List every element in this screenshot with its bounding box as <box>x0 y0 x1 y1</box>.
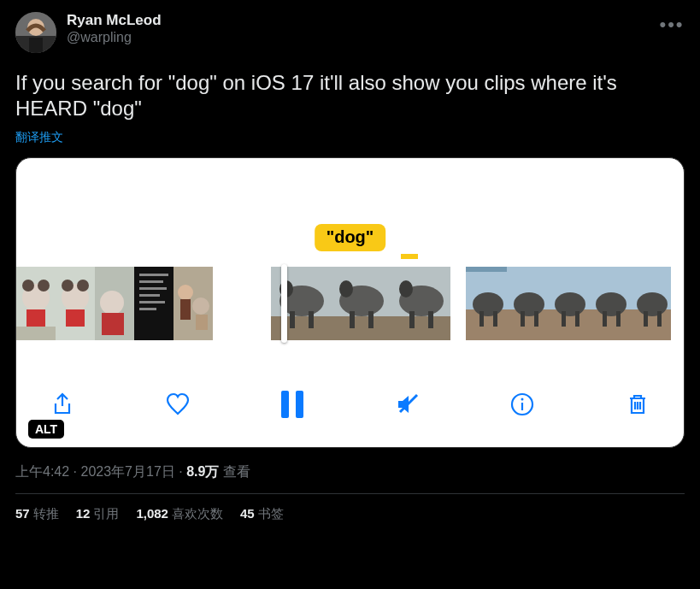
tweet-meta: 上午4:42 · 2023年7月17日 · 8.9万 查看 <box>15 463 685 481</box>
media-card[interactable]: "dog" <box>15 157 685 448</box>
avatar[interactable] <box>15 12 56 53</box>
thumbnail <box>56 267 95 340</box>
svg-rect-73 <box>657 311 662 327</box>
svg-point-6 <box>22 280 34 292</box>
thumbnail <box>331 267 391 340</box>
clip-group-2[interactable] <box>271 267 450 340</box>
svg-rect-47 <box>428 311 433 328</box>
likes-stat[interactable]: 1,082喜欢次数 <box>136 506 223 522</box>
quotes-stat[interactable]: 12引用 <box>76 506 120 522</box>
thumbnail <box>16 267 56 340</box>
svg-rect-57 <box>521 311 525 327</box>
retweets-stat[interactable]: 57转推 <box>15 506 59 522</box>
svg-rect-53 <box>466 267 507 272</box>
more-icon[interactable]: ••• <box>659 12 685 38</box>
heart-icon[interactable] <box>161 387 195 421</box>
svg-rect-68 <box>616 311 621 327</box>
playhead[interactable] <box>281 264 287 343</box>
views-count: 8.9万 <box>186 464 219 479</box>
svg-rect-3 <box>29 38 43 53</box>
user-handle[interactable]: @warpling <box>67 29 162 46</box>
svg-point-61 <box>555 292 585 316</box>
svg-rect-22 <box>139 294 160 297</box>
svg-rect-62 <box>562 311 566 327</box>
svg-rect-17 <box>102 313 124 335</box>
video-timeline[interactable] <box>16 267 684 340</box>
svg-point-7 <box>38 280 50 292</box>
share-icon[interactable] <box>45 387 79 421</box>
svg-rect-51 <box>479 311 484 327</box>
svg-rect-43 <box>391 316 450 340</box>
clip-group-1[interactable] <box>16 267 213 340</box>
display-name[interactable]: Ryan McLeod <box>67 12 162 29</box>
svg-point-16 <box>100 291 124 315</box>
search-match-badge: "dog" <box>315 224 386 251</box>
svg-point-71 <box>637 292 668 316</box>
svg-rect-40 <box>350 311 355 328</box>
svg-rect-35 <box>309 311 314 328</box>
svg-rect-46 <box>409 311 415 328</box>
tweet-stats: 57转推 12引用 1,082喜欢次数 45书签 <box>15 506 685 522</box>
thumbnail <box>630 267 671 340</box>
svg-rect-24 <box>139 308 156 310</box>
bookmarks-stat[interactable]: 45书签 <box>240 506 284 522</box>
svg-point-45 <box>399 280 413 297</box>
svg-point-76 <box>521 398 524 401</box>
svg-point-56 <box>514 292 544 316</box>
thumbnail <box>507 267 548 340</box>
tweet-time[interactable]: 上午4:42 <box>15 464 69 479</box>
svg-rect-29 <box>196 315 208 330</box>
trash-icon[interactable] <box>621 387 655 421</box>
thumbnail <box>271 267 331 340</box>
thumbnail <box>548 267 589 340</box>
thumbnail <box>391 267 450 340</box>
svg-rect-20 <box>139 280 163 283</box>
svg-rect-72 <box>644 311 648 327</box>
svg-rect-41 <box>368 311 374 328</box>
translate-link[interactable]: 翻译推文 <box>15 130 63 145</box>
svg-rect-58 <box>534 311 538 327</box>
svg-rect-37 <box>331 316 391 340</box>
badge-marker-tick <box>401 254 418 259</box>
pause-icon[interactable] <box>275 387 309 421</box>
views-label[interactable]: 查看 <box>223 464 250 479</box>
media-toolbar <box>16 387 684 421</box>
tweet-container: Ryan McLeod @warpling ••• If you search … <box>0 0 700 531</box>
clip-group-3[interactable] <box>466 267 671 340</box>
svg-rect-19 <box>139 274 168 276</box>
divider <box>15 493 685 494</box>
mute-icon[interactable] <box>391 387 425 421</box>
svg-point-12 <box>62 280 74 292</box>
info-icon[interactable] <box>505 387 539 421</box>
svg-rect-9 <box>16 327 56 340</box>
svg-rect-34 <box>290 311 295 328</box>
svg-point-39 <box>339 280 353 297</box>
svg-point-13 <box>77 280 89 292</box>
svg-rect-52 <box>493 311 497 327</box>
tweet-date[interactable]: 2023年7月17日 <box>80 464 174 479</box>
svg-point-66 <box>596 292 626 316</box>
svg-point-50 <box>473 292 503 316</box>
svg-rect-63 <box>575 311 579 327</box>
svg-point-26 <box>178 285 193 300</box>
user-block: Ryan McLeod @warpling <box>67 12 162 46</box>
alt-badge[interactable]: ALT <box>28 420 64 439</box>
svg-point-28 <box>192 297 209 315</box>
svg-rect-27 <box>180 299 191 320</box>
thumbnail <box>589 267 630 340</box>
tweet-header: Ryan McLeod @warpling ••• <box>15 12 685 53</box>
thumbnail <box>134 267 174 340</box>
svg-rect-8 <box>26 309 45 327</box>
svg-rect-31 <box>271 316 331 340</box>
svg-rect-14 <box>66 309 85 327</box>
thumbnail <box>95 267 134 340</box>
svg-rect-67 <box>603 311 607 327</box>
thumbnail <box>174 267 213 340</box>
tweet-text: If you search for "dog" on iOS 17 it'll … <box>15 70 685 121</box>
thumbnail <box>466 267 507 340</box>
svg-rect-21 <box>139 287 167 290</box>
svg-rect-23 <box>139 301 165 303</box>
